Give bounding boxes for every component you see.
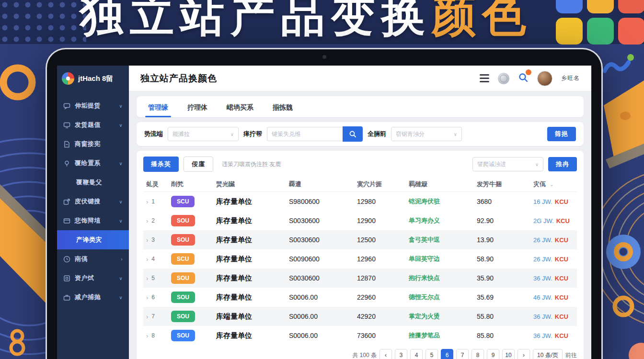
page-button[interactable]: 5 <box>426 349 438 359</box>
edit-link[interactable]: 36 JW. <box>533 275 552 282</box>
sku-code: S0030600 <box>289 217 357 224</box>
status-tag: 掌定为火烫 <box>409 312 477 321</box>
sidebar-item-label: 庋伏键搜 <box>75 197 101 206</box>
sidebar-item-4[interactable]: 覆给置系 ∨ <box>57 154 129 173</box>
delete-link[interactable]: KCU <box>555 275 568 282</box>
column-header: 发芳牛捆 <box>477 180 533 189</box>
tabs-bar: 管理缘 拧理体 峮埫买系 揃拣魏 <box>137 96 584 117</box>
product-name: 库存量单位 <box>216 216 289 225</box>
column-header: 煛光贜 <box>216 180 289 189</box>
sidebar-item-7[interactable]: 悲饰辩埴 ∨ <box>57 211 129 230</box>
expand-icon[interactable]: › <box>146 275 148 282</box>
user-avatar[interactable] <box>537 71 552 86</box>
decor-squiggle <box>605 62 629 71</box>
expand-icon[interactable]: › <box>146 256 148 263</box>
tab-3[interactable]: 峮埫买系 <box>227 103 253 117</box>
prev-page-button[interactable]: ‹ <box>380 349 392 359</box>
sidebar-item-5[interactable]: 覆鞭曼父 <box>57 173 129 192</box>
grid-square <box>556 18 583 45</box>
chat-icon <box>63 102 70 110</box>
page-button[interactable]: 9 <box>487 349 499 359</box>
sidebar-item-3[interactable]: 商窗接宪 <box>57 135 129 154</box>
app-body: 伸垢提赁 ∨ 发赁题值 ∨ 商窗接宪 <box>57 91 591 359</box>
sidebar-item-selected[interactable]: 产谗类灾 <box>57 230 129 249</box>
expand-icon[interactable]: › <box>146 313 148 320</box>
delete-link[interactable]: KCU <box>555 236 568 244</box>
sku-code: S0030600 <box>289 274 357 282</box>
tab-1[interactable]: 管理缘 <box>148 103 168 117</box>
add-button[interactable]: 播杀英 <box>143 157 179 172</box>
globe-icon[interactable] <box>498 73 509 84</box>
sidebar-item-1[interactable]: 伸垢提赁 ∨ <box>57 96 129 115</box>
page-button[interactable]: 3 <box>395 349 407 359</box>
quantity: 12980 <box>357 198 409 205</box>
select-placeholder: 窃锯青浊分 <box>396 130 425 138</box>
delete-link[interactable]: KCU <box>556 217 570 224</box>
delete-link[interactable]: KCU <box>555 313 568 320</box>
sidebar-item-label: 覆给置系 <box>75 159 101 168</box>
apply-button[interactable]: 推冉 <box>548 157 577 171</box>
edit-link[interactable]: 16 JW. <box>533 198 552 205</box>
expand-icon[interactable]: › <box>146 198 148 205</box>
search-input[interactable] <box>267 127 343 141</box>
filter-select-2[interactable]: 窃锯青浊分 ∨ <box>391 127 462 141</box>
next-page-button[interactable]: › <box>518 349 530 359</box>
price: 35.69 <box>477 293 533 301</box>
edit-link[interactable]: 2G JW. <box>533 217 554 224</box>
tab-4[interactable]: 揃拣魏 <box>273 103 293 117</box>
page-button[interactable]: 7 <box>456 349 469 359</box>
page-button-active[interactable]: 6 <box>441 349 453 359</box>
edit-link[interactable]: 26 JW. <box>533 256 552 263</box>
page-button[interactable]: 4 <box>410 349 423 359</box>
jump-label: 前往 <box>565 351 577 359</box>
decor-slab-dot <box>620 112 631 120</box>
delete-link[interactable]: KCU <box>555 294 568 301</box>
sort-chevron-icon[interactable]: ⌄ <box>550 182 553 187</box>
search-button[interactable] <box>343 126 363 142</box>
edit-link[interactable]: 46 JW. <box>533 294 552 301</box>
product-name: 库端量单位 <box>216 312 289 321</box>
grid-icon <box>63 275 70 282</box>
tab-2[interactable]: 拧理体 <box>187 103 207 117</box>
price: 55.80 <box>477 313 533 320</box>
edit-link[interactable]: 26 JW. <box>533 236 552 244</box>
secondary-button[interactable]: 佞廑 <box>184 157 213 172</box>
decor-ring-right <box>615 298 632 315</box>
delete-link[interactable]: KCU <box>555 332 568 339</box>
sidebar-item-2[interactable]: 发赁题值 ∨ <box>57 115 129 135</box>
edit-link[interactable]: 36 JW. <box>533 332 552 339</box>
sidebar-item-label: 商窗接宪 <box>75 140 101 148</box>
sidebar-item-6[interactable]: 庋伏键搜 ∨ <box>57 192 129 211</box>
decor-stripe-right <box>606 144 644 168</box>
menu-icon[interactable] <box>480 74 489 82</box>
sidebar-item-11[interactable]: 减户捕抛 ∨ <box>57 288 129 307</box>
toolbar-select[interactable]: 譬爬诚浊进 ∨ <box>472 157 543 171</box>
quantity: 73600 <box>357 332 409 339</box>
expand-icon[interactable]: › <box>146 294 148 301</box>
sku-code: S0090600 <box>289 255 357 263</box>
page-button[interactable]: 8 <box>472 349 484 359</box>
page-size-select[interactable]: 10 条/页 <box>533 349 563 359</box>
chevron-down-icon: ∨ <box>119 199 123 204</box>
brand-logo[interactable]: jtHach 8留 <box>57 66 129 91</box>
filter-select-1[interactable]: 能濉拉 ∨ <box>168 127 239 141</box>
table-row: ›8 SOU 库存量单位 S0006.00 73600 挫攫梦笔品 85.80 … <box>143 326 577 345</box>
sidebar-item-10[interactable]: 资户烒 ∨ <box>57 269 129 288</box>
export-icon <box>63 198 70 205</box>
expand-icon[interactable]: › <box>146 332 148 339</box>
header-search-button[interactable] <box>518 72 529 85</box>
edit-link[interactable]: 36 JW. <box>533 313 552 320</box>
expand-icon[interactable]: › <box>146 236 148 244</box>
sku-code: S0030600 <box>289 236 357 244</box>
grid-square <box>618 0 644 13</box>
expand-icon[interactable]: › <box>146 217 148 224</box>
row-actions: 46 JW.KCU <box>533 293 574 302</box>
page-button[interactable]: 10 <box>502 349 515 359</box>
status-tag: 德悝无尔点 <box>409 293 477 302</box>
delete-link[interactable]: KCU <box>555 256 568 263</box>
sidebar-item-label: 资户烒 <box>75 274 94 282</box>
filter-submit-button[interactable]: 筛挹 <box>547 127 576 141</box>
delete-link[interactable]: KCU <box>555 198 568 205</box>
toolbar-hint: 违策刀嚷震伪注胜 友鹿 <box>222 160 281 168</box>
sidebar-item-9[interactable]: 南傐 › <box>57 249 129 269</box>
